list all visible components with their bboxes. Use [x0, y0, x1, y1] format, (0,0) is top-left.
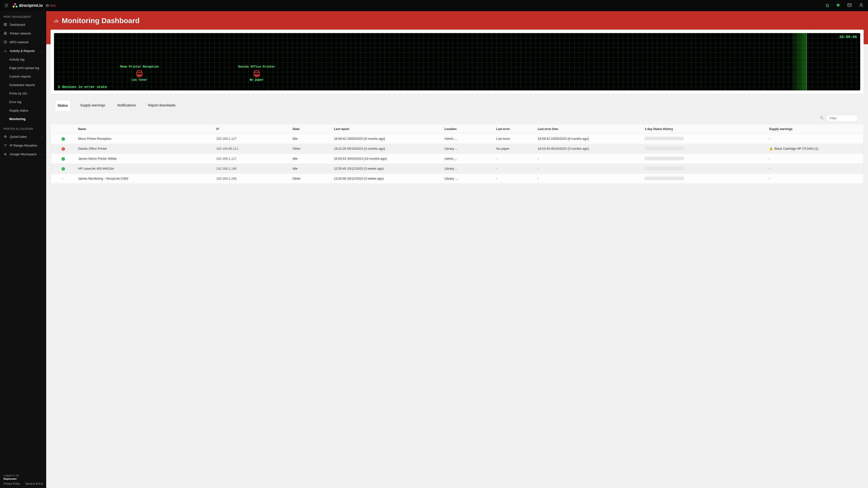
sidebar-sub-scheduled-reports[interactable]: Scheduled reports [0, 81, 46, 89]
diamond-icon[interactable] [836, 3, 840, 8]
th-last-error-time[interactable]: Last error time [535, 124, 642, 134]
th-history[interactable]: 1-day Status History [642, 124, 767, 134]
supply-warn-text: Black Cartridge HP CF244A (1) [774, 147, 818, 151]
sidebar-item-quickcodes[interactable]: QuickCodes › [0, 132, 46, 141]
tab-report-downloads[interactable]: Report downloads [145, 100, 178, 110]
svg-line-32 [822, 118, 823, 119]
sidebar-item-label: Printer network [10, 32, 31, 35]
tab-status[interactable]: Status [55, 100, 71, 111]
svg-rect-5 [6, 23, 6, 24]
cell-last-error-time: - [535, 164, 642, 174]
radar-alert-name: Davids Office Printer [238, 65, 275, 68]
brand-sub: RED [46, 4, 56, 7]
logged-in-as-label: Logged in as: [3, 474, 43, 477]
tab-supply-warnings[interactable]: Supply warnings [78, 100, 108, 110]
svg-rect-6 [4, 25, 5, 26]
sidebar-footer: Logged in as: Superuser Privacy Policy T… [0, 471, 46, 488]
sidebar-item-label: MFD network [10, 40, 28, 44]
history-bar [645, 157, 684, 160]
table-row[interactable]: ✓Mono Printer Reception192.168.1.117Idle… [51, 134, 863, 144]
terms-link[interactable]: Terms & EULA [25, 482, 43, 485]
sidebar-sub-monitoring[interactable]: Monitoring [0, 115, 46, 123]
th-last-report[interactable]: Last report [331, 124, 442, 134]
radar-alert-item[interactable]: Mono Printer Reception Low toner [120, 65, 158, 82]
cell-last-error-time: - [535, 174, 642, 184]
user-icon[interactable] [859, 3, 864, 8]
radar-alert-item[interactable]: Davids Office Printer No paper [238, 65, 275, 82]
sidebar-sub-supply-status[interactable]: Supply status [0, 106, 46, 115]
privacy-link[interactable]: Privacy Policy [3, 482, 20, 485]
th-supply[interactable]: Supply warnings [767, 124, 863, 134]
th-name[interactable]: Name [75, 124, 214, 134]
th-ip[interactable]: IP [214, 124, 290, 134]
sidebar-section-printer-allocation: PRINTER ALLOCATION [0, 123, 46, 132]
hamburger-icon[interactable]: ☰ [4, 3, 8, 8]
sidebar-sub-prints-by-ou[interactable]: Prints by OU [0, 89, 46, 98]
cell-history [642, 134, 767, 144]
table-row[interactable]: ✕Davids Office Printer192.168.68.111Othe… [51, 144, 863, 154]
cell-history [642, 164, 767, 174]
cell-history [642, 154, 767, 164]
cell-last-report: 18:22:25 05/10/2023 (3 months ago) [331, 144, 442, 154]
svg-point-31 [820, 117, 823, 119]
chevron-right-icon: › [42, 135, 43, 138]
status-ok-icon: ✓ [62, 167, 65, 171]
sidebar-item-label: Google Workspace [10, 152, 36, 156]
cell-state: Idle [290, 134, 331, 144]
history-bar [645, 147, 684, 150]
status-unknown-icon: ☾ [62, 177, 65, 181]
table-row[interactable]: ✓HP LaserJet 400 M401dn192.168.1.198Idle… [51, 164, 863, 174]
cell-last-error-time: 18:23:43 05/10/2023 (3 months ago) [535, 144, 642, 154]
cell-last-report: 18:08:42 16/05/2023 (8 months ago) [331, 134, 442, 144]
chevron-right-icon: › [42, 41, 43, 43]
sidebar-item-mfd-network[interactable]: MFD network › [0, 38, 46, 46]
cell-name: Mono Printer Reception [75, 134, 214, 144]
topbar-actions: G [826, 3, 864, 8]
sidebar-item-google-workspace[interactable]: G Google Workspace › [0, 150, 46, 158]
table-row[interactable]: ✓James Demo Printer 30Mar192.168.1.117Id… [51, 154, 863, 164]
cell-supply: ⚠️Black Cartridge HP CF244A (1) [767, 144, 863, 154]
cell-state: Idle [290, 154, 331, 164]
bar-chart-icon [54, 18, 59, 23]
sidebar-sub-activity-log[interactable]: Activity log [0, 55, 46, 64]
th-location[interactable]: Location [442, 124, 494, 134]
dashboard-icon [3, 23, 7, 27]
cell-ip: 192.168.1.117 [214, 154, 290, 164]
cell-ip: 192.168.1.245 [214, 174, 290, 184]
sidebar-item-label: Activity & Reports [10, 49, 35, 53]
topbar: ☰ directprint.io RED G [0, 0, 868, 11]
printer-alert-icon [253, 69, 261, 78]
cell-supply: - [767, 164, 863, 174]
svg-rect-11 [4, 41, 6, 43]
sidebar-item-dashboard[interactable]: Dashboard [0, 20, 46, 29]
sidebar-item-printer-network[interactable]: Printer network › [0, 29, 46, 38]
sidebar-item-label: Dashboard [10, 23, 25, 27]
th-state[interactable]: State [290, 124, 331, 134]
cell-history [642, 174, 767, 184]
mail-icon[interactable] [847, 3, 852, 8]
th-last-error[interactable]: Last error [494, 124, 535, 134]
filter-input[interactable] [826, 115, 858, 122]
search-icon [820, 116, 824, 121]
radar-alert-name: Mono Printer Reception [120, 65, 158, 68]
printer-alert-icon [135, 69, 144, 78]
chevron-right-icon: › [42, 153, 43, 156]
cell-name: Davids Office Printer [75, 144, 214, 154]
tab-notifications[interactable]: Notifications [115, 100, 138, 110]
table-header-row: Name IP State Last report Location Last … [51, 124, 863, 134]
status-error-icon: ✕ [62, 147, 65, 151]
wifi-icon [3, 143, 7, 147]
sidebar-sub-custom-reports[interactable]: Custom reports [0, 72, 46, 81]
google-icon[interactable]: G [826, 3, 829, 8]
sidebar-sub-edge-print-upload-log[interactable]: Edge print upload log [0, 64, 46, 72]
cell-location: Admin ... [442, 134, 494, 144]
brand-logo[interactable]: directprint.io RED [13, 3, 56, 8]
chevron-right-icon: › [42, 32, 43, 35]
sidebar-item-ip-range[interactable]: IP Range Allocation [0, 141, 46, 150]
sidebar-sub-error-log[interactable]: Error log [0, 98, 46, 106]
table-row[interactable]: ☾James Monitoring - VersaLink C400192.16… [51, 174, 863, 184]
main-content: Monitoring Dashboard 16:09:46 Mono Print… [46, 11, 868, 488]
svg-line-1 [47, 5, 48, 6]
sidebar-item-activity-reports[interactable]: Activity & Reports ⌄ [0, 46, 46, 55]
cell-last-error: - [494, 164, 535, 174]
